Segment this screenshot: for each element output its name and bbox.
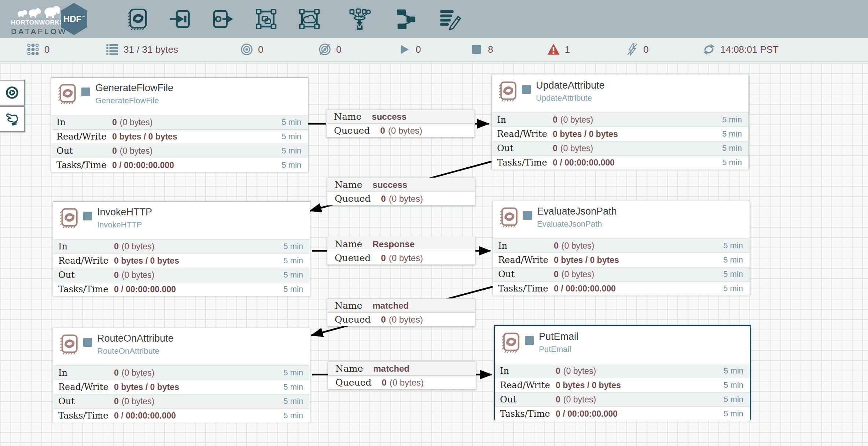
processor-type: PutEmail [539, 345, 571, 354]
stopped-status-icon [525, 336, 534, 345]
remote-process-group-tool[interactable] [298, 8, 321, 30]
input-port-tool[interactable] [169, 8, 192, 30]
connection-label[interactable]: Name matched Queued 0(0 bytes) [328, 361, 476, 389]
processor-node[interactable]: GenerateFlowFile GenerateFlowFile In 0(0… [51, 77, 308, 172]
connection-label[interactable]: Name success Queued 0(0 bytes) [327, 178, 475, 205]
operate-palette-button[interactable] [0, 106, 25, 132]
stat-row: In 0(0 bytes) 5 min [493, 238, 750, 253]
stat-label: Read/Write [497, 129, 553, 139]
connection-queued-label: Queued [334, 125, 370, 136]
output-port-tool[interactable] [212, 8, 235, 30]
stat-window: 5 min [723, 270, 743, 279]
active-threads-indicator: 0 [26, 38, 49, 61]
processor-stats: In 0(0 bytes) 5 min Read/Write 0 bytes /… [493, 238, 750, 295]
connection-queued-label: Queued [335, 377, 371, 388]
processor-node[interactable]: UpdateAttribute UpdateAttribute In 0(0 b… [492, 75, 749, 169]
processor-stats: In 0(0 bytes) 5 min Read/Write 0 bytes /… [51, 115, 308, 171]
stat-row: In 0(0 bytes) 5 min [51, 115, 308, 129]
processor-stats: In 0(0 bytes) 5 min Read/Write 0 bytes /… [495, 364, 750, 419]
processor-title: InvokeHTTP [97, 207, 152, 218]
stat-row: Read/Write 0 bytes / 0 bytes 5 min [53, 380, 310, 394]
stopped-indicator: 8 [470, 38, 493, 61]
stat-value: 0 / 00:00:00.000 [114, 411, 283, 421]
navigate-palette-button[interactable] [0, 80, 25, 105]
stat-window: 5 min [723, 241, 743, 250]
active-threads-count: 0 [44, 44, 49, 55]
processor-header: EvaluateJsonPath EvaluateJsonPath [493, 201, 750, 238]
stat-label: Read/Write [500, 380, 556, 390]
process-group-tool[interactable] [255, 8, 277, 30]
stat-label: In [498, 241, 554, 251]
stat-value: 0(0 bytes) [112, 118, 282, 127]
template-tool[interactable] [394, 8, 417, 30]
stat-window: 5 min [283, 270, 303, 280]
connection-name-row: Name matched [328, 362, 476, 376]
stat-window: 5 min [724, 366, 743, 376]
connection-name-label: Name [335, 363, 363, 374]
stat-window: 5 min [724, 380, 743, 390]
processor-node[interactable]: EvaluateJsonPath EvaluateJsonPath In 0(0… [493, 201, 750, 295]
funnel-tool[interactable] [348, 8, 371, 30]
stat-label: Tasks/Time [58, 410, 114, 421]
processor-title: PutEmail [539, 331, 578, 342]
connection-label[interactable]: Name Response Queued 0(0 bytes) [327, 237, 475, 265]
stat-value: 0(0 bytes) [556, 366, 724, 376]
refresh-status[interactable]: 14:08:01 PST [702, 38, 779, 61]
processor-icon [56, 82, 77, 106]
stat-window: 5 min [723, 284, 743, 293]
connection-name-row: Name Response [327, 237, 475, 251]
connection-name-label: Name [335, 239, 362, 249]
stat-value: 0 / 00:00:00.000 [553, 158, 722, 168]
flow-canvas[interactable]: Name success Queued 0(0 bytes) Name succ… [0, 62, 868, 446]
connection-queued-label: Queued [335, 193, 371, 204]
connection-name-label: Name [334, 111, 361, 122]
stat-row: Read/Write 0 bytes / 0 bytes 5 min [53, 253, 310, 268]
stat-value: 0 bytes / 0 bytes [112, 132, 282, 142]
stat-row: Read/Write 0 bytes / 0 bytes 5 min [493, 253, 750, 267]
stat-label: Tasks/Time [58, 284, 114, 294]
processor-node[interactable]: InvokeHTTP InvokeHTTP In 0(0 bytes) 5 mi… [53, 201, 310, 296]
output-port-icon [212, 8, 235, 30]
connection-label[interactable]: Name matched Queued 0(0 bytes) [327, 298, 475, 326]
connection-queued-row: Queued 0(0 bytes) [328, 376, 476, 389]
processor-title: GenerateFlowFile [95, 82, 173, 94]
stat-row: Out 0(0 bytes) 5 min [53, 394, 310, 408]
last-refresh-time: 14:08:01 PST [720, 44, 779, 55]
brand-company-text: HORTONWORKS® [11, 19, 66, 26]
stat-label: Out [56, 146, 112, 156]
not-transmitting-count: 0 [336, 44, 341, 55]
processor-node[interactable]: PutEmail PutEmail In 0(0 bytes) 5 min Re… [494, 325, 751, 420]
remote-process-group-icon [298, 8, 321, 30]
stat-value: 0 bytes / 0 bytes [114, 382, 283, 392]
stat-label: In [500, 366, 556, 376]
not-transmitting-indicator: 0 [318, 38, 341, 61]
processor-type: GenerateFlowFile [95, 96, 159, 105]
processor-header: InvokeHTTP InvokeHTTP [53, 202, 310, 239]
stat-window: 5 min [282, 118, 301, 127]
compass-icon [4, 85, 20, 100]
connection-label[interactable]: Name success Queued 0(0 bytes) [326, 109, 475, 137]
stat-label: Out [500, 394, 556, 405]
connection-queued-row: Queued 0(0 bytes) [327, 313, 475, 326]
stat-value: 0(0 bytes) [114, 270, 283, 280]
queued-list-icon [106, 43, 119, 56]
stop-icon [470, 43, 483, 56]
disabled-count: 0 [643, 44, 648, 55]
processor-tool[interactable] [126, 8, 148, 30]
stat-window: 5 min [283, 242, 303, 251]
connection-queued-value: 0(0 bytes) [381, 315, 423, 325]
queued-count: 31 / 31 bytes [124, 44, 178, 55]
stat-window: 5 min [283, 285, 303, 294]
label-tool[interactable] [438, 8, 461, 30]
stat-label: In [58, 368, 114, 378]
hortonworks-dataflow-logo: HORTONWORKS® DATAFLOW [10, 2, 65, 37]
connection-name-label: Name [335, 300, 362, 311]
stat-value: 0 / 00:00:00.000 [112, 160, 282, 170]
processor-title: UpdateAttribute [536, 80, 605, 91]
play-icon [398, 43, 411, 56]
stat-label: Tasks/Time [497, 157, 553, 168]
stat-label: In [56, 117, 112, 127]
stat-row: Tasks/Time 0 / 00:00:00.000 5 min [495, 406, 750, 421]
refresh-icon[interactable] [702, 43, 716, 56]
processor-node[interactable]: RouteOnAttribute RouteOnAttribute In 0(0… [53, 328, 310, 422]
